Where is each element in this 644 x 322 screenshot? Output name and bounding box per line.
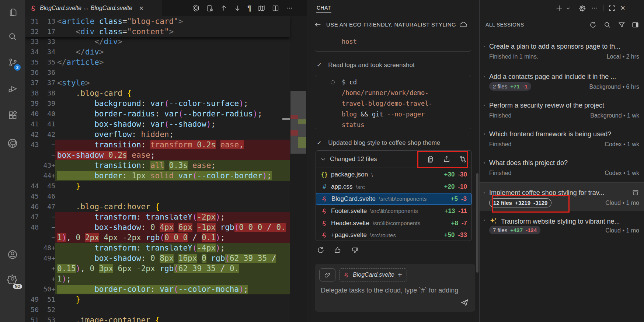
- command-line: blog && git --no-pager: [342, 109, 432, 120]
- overview-cursor-marker: [282, 118, 290, 120]
- chat-scrollbar[interactable]: [476, 173, 478, 273]
- editor-pane: BlogCard.svelte ↔ BlogCard.svelte × ¶ 33…: [25, 0, 307, 322]
- original-line-number: 50: [25, 305, 42, 315]
- deletions-count: -3: [461, 195, 467, 203]
- code-line: 4242 overflow: hidden;: [25, 129, 290, 140]
- code-line: 3333 </div>: [25, 36, 290, 47]
- check-icon: ✓: [317, 61, 322, 69]
- changed-file-row[interactable]: +page.svelte\src\routes+50-33: [316, 229, 471, 241]
- changed-file-row[interactable]: BlogCard.svelte\src\lib\components+5-3: [316, 193, 471, 205]
- session-item[interactable]: Create a plan to add a sponsors page to …: [480, 41, 644, 65]
- openai-codex-icon[interactable]: [192, 4, 200, 12]
- modified-line-number: 50+: [42, 284, 55, 294]
- chat-input-box[interactable]: BlogCard.svelte + Delegate tasks to the …: [315, 264, 475, 312]
- back-arrow-icon[interactable]: [314, 21, 322, 29]
- explorer-icon[interactable]: [0, 1, 25, 23]
- step-read-logs: ✓ Read logs and took screenshot: [317, 61, 415, 69]
- changed-file-row[interactable]: #app.css\src+20-10: [316, 181, 471, 193]
- code-text: 0.15), 0 3px 6px -2px rgb(62 39 35 / 0.: [55, 263, 290, 274]
- modified-line-number: 33: [42, 36, 55, 47]
- chat-panel-tab[interactable]: CHAT: [316, 0, 331, 16]
- archive-icon[interactable]: [632, 189, 639, 196]
- more-actions-icon[interactable]: [591, 4, 598, 12]
- changed-file-row[interactable]: {}package.json\+30-30: [316, 169, 471, 181]
- run-debug-icon[interactable]: [0, 78, 25, 99]
- code-line: 43− transition: transform 0.2s ease,: [25, 140, 290, 150]
- code-line: 3535</article>: [25, 57, 290, 67]
- retry-icon[interactable]: [317, 246, 325, 254]
- thumbs-down-icon[interactable]: [351, 246, 359, 254]
- code-text: 1), 0 2px 4px -2px rgb(0 0 0 / 0.1);: [55, 232, 290, 243]
- svelte-file-icon: [321, 220, 328, 226]
- changed-files-label: Changed 12 files: [330, 155, 423, 163]
- original-line-number: [25, 253, 42, 263]
- deletions-count: -11: [458, 207, 467, 215]
- modified-line-number: −: [42, 212, 55, 222]
- session-item[interactable]: Add a contacts page and include it in th…: [480, 71, 644, 95]
- scm-badge: 2: [14, 64, 21, 71]
- step-label: Read logs and took screenshot: [328, 62, 414, 69]
- changed-files-list: {}package.json\+30-30#app.css\src+20-10B…: [316, 168, 471, 241]
- tab-close-icon[interactable]: ×: [139, 4, 144, 13]
- settings-gear-icon[interactable]: NO: [0, 268, 25, 290]
- attach-paperclip-icon[interactable]: [319, 268, 335, 281]
- original-line-number: [25, 284, 42, 294]
- split-editor-icon[interactable]: [272, 4, 279, 12]
- chat-tab-label: CHAT: [316, 4, 331, 13]
- new-chat-dropdown-icon[interactable]: [566, 6, 571, 11]
- code-line: 47− transform: translateY(-2px);: [25, 212, 290, 222]
- editor-toolbar: ¶: [192, 0, 293, 16]
- feedback-actions: [317, 246, 359, 254]
- extensions-icon[interactable]: [0, 105, 25, 126]
- chat-input-placeholder[interactable]: Delegate tasks to the cloud, type `#` fo…: [321, 287, 475, 294]
- changed-file-row[interactable]: Header.svelte\src\lib\components+8-7: [316, 217, 471, 229]
- next-change-icon[interactable]: [234, 4, 241, 12]
- modified-line-number: 41: [42, 119, 55, 129]
- maximize-panel-icon[interactable]: [608, 4, 616, 12]
- session-item[interactable]: Which frontend framework is being used?F…: [480, 129, 644, 153]
- open-preview-icon[interactable]: [206, 4, 214, 12]
- source-control-icon[interactable]: 2: [0, 52, 25, 73]
- file-path: \src\lib\components: [370, 208, 441, 214]
- original-line-number: 51: [25, 315, 42, 322]
- modified-line-number: +: [42, 274, 55, 284]
- editor-scrollbar[interactable]: [290, 16, 307, 322]
- session-item[interactable]: What does this project do?FinishedCodex …: [480, 158, 644, 181]
- layout-panel-icon[interactable]: [631, 21, 639, 29]
- changed-file-row[interactable]: Footer.svelte\src\lib\components+13-11: [316, 205, 471, 217]
- add-context-icon[interactable]: +: [398, 271, 402, 279]
- more-actions-icon[interactable]: [286, 4, 293, 12]
- whitespace-icon[interactable]: ¶: [247, 4, 251, 13]
- deletions-count: -10: [458, 183, 467, 190]
- code-text: .blog-card {: [55, 88, 290, 98]
- diff-mark-del: [290, 130, 298, 136]
- modified-line-number: 51: [42, 294, 55, 305]
- previous-change-icon[interactable]: [220, 4, 227, 12]
- send-icon[interactable]: [460, 298, 469, 307]
- new-chat-icon[interactable]: [555, 4, 563, 12]
- code-text: <div class="content">: [55, 27, 290, 37]
- map-icon[interactable]: [258, 4, 265, 12]
- thumbs-up-icon[interactable]: [334, 246, 342, 254]
- account-icon[interactable]: [0, 244, 25, 265]
- svelte-icon: [30, 5, 36, 11]
- editor-tab[interactable]: BlogCard.svelte ↔ BlogCard.svelte ×: [25, 0, 162, 16]
- search-icon[interactable]: [0, 26, 25, 47]
- refresh-icon[interactable]: [589, 21, 597, 29]
- code-text: overflow: hidden;: [55, 129, 290, 140]
- session-item[interactable]: Perform a security review of the project…: [480, 100, 644, 124]
- badge-deletions: -124: [526, 227, 537, 233]
- session-item[interactable]: Transform website styling to vibrant ne.…: [480, 215, 644, 239]
- code-text: [55, 305, 290, 315]
- session-source: Cloud • 1 mo: [605, 227, 639, 234]
- file-path: \src\lib\components: [373, 220, 448, 226]
- additions-count: +50: [444, 231, 455, 239]
- configure-gear-icon[interactable]: [578, 4, 586, 12]
- context-file-chip[interactable]: BlogCard.svelte +: [339, 268, 407, 281]
- modified-line-number: 36: [42, 67, 55, 78]
- diff-editor[interactable]: 3333 </div>3434 </div>3535</article>3636…: [25, 16, 307, 322]
- search-sessions-icon[interactable]: [603, 21, 611, 29]
- github-icon[interactable]: [0, 133, 25, 154]
- filter-icon[interactable]: [618, 21, 626, 29]
- close-panel-icon[interactable]: ×: [620, 3, 625, 13]
